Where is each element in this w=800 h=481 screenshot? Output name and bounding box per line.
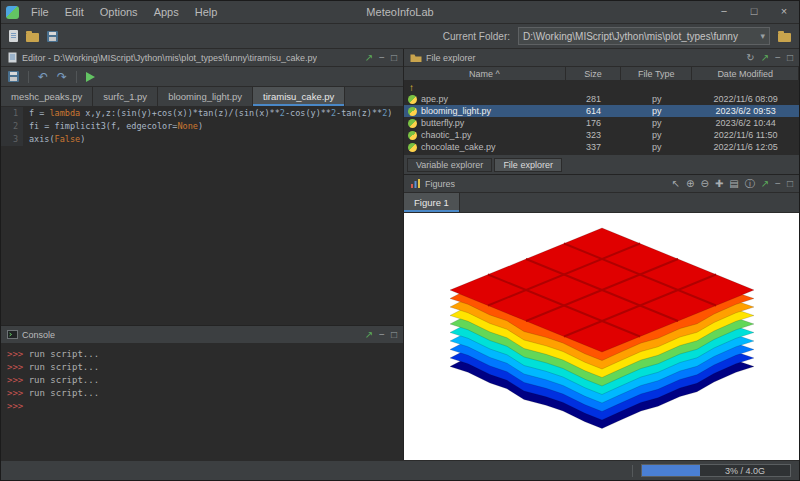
status-bar: 3% / 4.0G [1, 460, 799, 480]
menu-file[interactable]: File [23, 3, 57, 21]
save-file-icon[interactable] [47, 31, 58, 42]
menu-apps[interactable]: Apps [146, 3, 187, 21]
statusbar-separator [632, 465, 633, 477]
editor-tab-tiramisu-cake-py[interactable]: tiramisu_cake.py [253, 87, 345, 106]
current-folder-input[interactable]: D:\Working\MIScript\Jython\mis\plot_type… [518, 27, 770, 45]
new-file-icon[interactable] [9, 30, 18, 42]
line-number: 3 [1, 133, 23, 146]
save-script-icon[interactable] [8, 71, 19, 82]
menu-edit[interactable]: Edit [57, 3, 92, 21]
maximize-panel-icon[interactable]: □ [391, 53, 397, 63]
menu-help[interactable]: Help [187, 3, 226, 21]
editor-panel: Editor - D:\Working\MIScript\Jython\mis\… [1, 49, 403, 326]
column-header-name[interactable]: Name ^ [404, 67, 566, 80]
menu-options[interactable]: Options [92, 3, 146, 21]
zoom-out-icon[interactable]: ⊖ [700, 179, 708, 189]
console-prompt: >>> [7, 349, 23, 359]
float-panel-icon[interactable]: ↗ [365, 53, 373, 63]
editor-panel-header: Editor - D:\Working\MIScript\Jython\mis\… [1, 49, 403, 67]
code-line[interactable]: 3axis(False) [1, 133, 403, 146]
code-editor[interactable]: 1f = lambda x,y,z:(sin(y)+cos(x))*tan(z)… [1, 107, 403, 325]
console-panel-icon [7, 329, 18, 340]
maximize-panel-icon[interactable]: □ [787, 53, 793, 63]
console-output[interactable]: >>> run script...>>> run script...>>> ru… [1, 344, 403, 460]
maximize-panel-icon[interactable]: □ [391, 330, 397, 340]
float-panel-icon[interactable]: ↗ [365, 330, 373, 340]
close-button[interactable]: × [769, 1, 799, 23]
undo-icon[interactable]: ↶ [38, 71, 48, 83]
file-row-butterfly-py[interactable]: butterfly.py176py2023/6/2 10:44 [404, 117, 799, 129]
console-prompt: >>> [7, 401, 23, 411]
chevron-down-icon[interactable]: ▾ [757, 31, 765, 41]
left-column: Editor - D:\Working\MIScript\Jython\mis\… [1, 49, 404, 460]
maximize-button[interactable]: □ [739, 1, 769, 23]
minimize-button[interactable]: − [709, 1, 739, 23]
line-number: 1 [1, 107, 23, 120]
editor-tab-surfc-1-py[interactable]: surfc_1.py [93, 87, 158, 106]
collapse-panel-icon[interactable]: − [379, 330, 385, 340]
collapse-panel-icon[interactable]: − [775, 179, 781, 189]
console-line: >>> run script... [7, 374, 397, 387]
console-text: run script... [23, 362, 99, 372]
browse-folder-icon[interactable] [778, 33, 791, 42]
file-name-cell: chocolate_cake.py [404, 141, 566, 153]
column-header-date-modified[interactable]: Date Modified [692, 67, 799, 80]
column-header-size[interactable]: Size [566, 67, 621, 80]
float-panel-icon[interactable]: ↗ [761, 179, 769, 189]
file-explorer-title: File explorer [426, 53, 476, 63]
file-size-cell: 281 [566, 93, 621, 105]
print-icon[interactable]: ▤ [729, 179, 738, 189]
run-script-icon[interactable] [86, 72, 95, 82]
right-column: File explorer ↻ ↗ − □ Name ^SizeFile Typ… [404, 49, 799, 460]
redo-icon[interactable]: ↷ [57, 71, 67, 83]
file-row-ape-py[interactable]: ape.py281py2022/11/6 08:09 [404, 93, 799, 105]
file-name-cell: butterfly.py [404, 117, 566, 129]
parent-directory-row[interactable]: ↑ [404, 81, 799, 93]
zoom-in-icon[interactable]: ⊕ [686, 179, 694, 189]
code-line[interactable]: 1f = lambda x,y,z:(sin(y)+cos(x))*tan(z)… [1, 107, 403, 120]
editor-tab-bar: meshc_peaks.pysurfc_1.pyblooming_light.p… [1, 87, 403, 107]
collapse-panel-icon[interactable]: − [379, 53, 385, 63]
toolbar-separator [28, 71, 29, 83]
editor-tab-blooming-light-py[interactable]: blooming_light.py [158, 87, 253, 106]
memory-usage-bar [642, 465, 700, 476]
menu-bar: FileEditOptionsAppsHelp [23, 3, 225, 21]
editor-panel-icon [7, 52, 18, 63]
file-modified-cell: 2023/6/2 10:44 [692, 117, 799, 129]
refresh-icon[interactable]: ↻ [746, 53, 754, 63]
collapse-panel-icon[interactable]: − [775, 53, 781, 63]
info-icon[interactable]: ⓘ [745, 179, 755, 189]
python-file-icon [408, 107, 417, 116]
console-prompt: >>> [7, 388, 23, 398]
file-row-chocolate-cake-py[interactable]: chocolate_cake.py337py2022/11/6 12:05 [404, 141, 799, 153]
file-modified-cell: 2023/6/2 09:53 [692, 105, 799, 117]
memory-usage-widget: 3% / 4.0G [641, 464, 791, 477]
editor-panel-title: Editor - D:\Working\MIScript\Jython\mis\… [22, 53, 317, 63]
explorer-tab-bar: Variable explorerFile explorer [404, 154, 799, 174]
code-text: axis(False) [23, 133, 85, 146]
figure-tab-figure-1[interactable]: Figure 1 [404, 193, 460, 212]
file-table-header: Name ^SizeFile TypeDate Modified [404, 67, 799, 81]
tab-variable-explorer[interactable]: Variable explorer [407, 158, 492, 172]
select-cursor-icon[interactable]: ↖ [672, 179, 680, 189]
file-row-chaotic-1-py[interactable]: chaotic_1.py323py2022/11/6 11:50 [404, 129, 799, 141]
column-header-file-type[interactable]: File Type [621, 67, 692, 80]
folder-icon [410, 53, 422, 63]
editor-tab-meshc-peaks-py[interactable]: meshc_peaks.py [1, 87, 93, 106]
python-file-icon [408, 119, 417, 128]
figure-canvas[interactable] [404, 213, 799, 460]
file-row-blooming-light-py[interactable]: blooming_light.py614py2023/6/2 09:53 [404, 105, 799, 117]
console-line: >>> [7, 400, 397, 413]
maximize-panel-icon[interactable]: □ [787, 179, 793, 189]
file-size-cell: 614 [566, 105, 621, 117]
figures-panel-header: Figures ↖⊕⊖✚▤ⓘ↗−□ [404, 175, 799, 193]
pan-icon[interactable]: ✚ [715, 179, 723, 189]
float-panel-icon[interactable]: ↗ [761, 53, 769, 63]
code-line[interactable]: 2fi = fimplicit3(f, edgecolor=None) [1, 120, 403, 133]
file-modified-cell: 2022/11/6 08:09 [692, 93, 799, 105]
current-folder-path: D:\Working\MIScript\Jython\mis\plot_type… [523, 31, 757, 42]
up-directory-icon[interactable]: ↑ [404, 82, 414, 93]
open-file-icon[interactable] [26, 33, 39, 42]
tab-file-explorer[interactable]: File explorer [494, 158, 562, 172]
console-panel-title: Console [22, 330, 55, 340]
